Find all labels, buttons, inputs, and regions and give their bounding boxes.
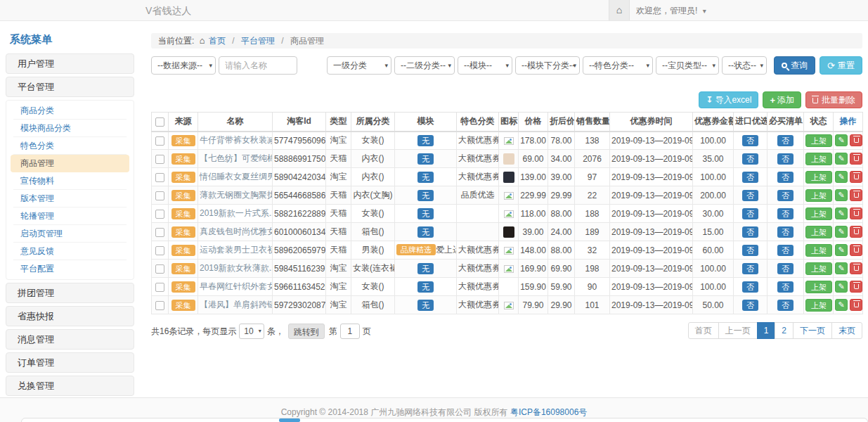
must-buy-toggle[interactable]: 否 (777, 172, 793, 183)
sidebar-item-意见反馈[interactable]: 意见反馈 (13, 243, 127, 260)
sidebar-item-用户管理[interactable]: 用户管理 (6, 53, 134, 74)
sidebar-item-兑换管理[interactable]: 兑换管理 (6, 376, 134, 396)
row-checkbox[interactable] (155, 264, 164, 274)
status-button[interactable]: 上架 (805, 134, 832, 147)
must-buy-toggle[interactable]: 否 (777, 153, 793, 165)
module-badge[interactable]: 无 (417, 172, 434, 183)
row-checkbox[interactable] (155, 136, 164, 146)
sidebar-item-商品管理[interactable]: 商品管理 (11, 155, 129, 172)
status-button[interactable]: 上架 (805, 153, 832, 165)
row-checkbox[interactable] (155, 155, 164, 164)
delete-button[interactable] (850, 299, 862, 311)
jump-button[interactable]: 跳转到 (288, 324, 325, 339)
sidebar-item-消息管理[interactable]: 消息管理 (6, 329, 134, 350)
import-pick-toggle[interactable]: 否 (742, 135, 758, 146)
edit-button[interactable]: ✎ (835, 207, 848, 219)
import-pick-toggle[interactable]: 否 (742, 263, 758, 274)
product-name-link[interactable]: 薄款无钢圈文胸聚拢性... (200, 190, 273, 200)
row-checkbox[interactable] (155, 301, 164, 310)
row-checkbox[interactable] (155, 173, 164, 182)
import-pick-toggle[interactable]: 否 (742, 190, 758, 201)
status-button[interactable]: 上架 (805, 281, 832, 293)
product-name-link[interactable]: 真皮钱包时尚优雅女士... (200, 226, 273, 236)
must-buy-toggle[interactable]: 否 (777, 263, 793, 274)
module-badge[interactable]: 无 (417, 190, 434, 201)
horizontal-scrollbar-thumb[interactable] (279, 418, 300, 422)
must-buy-toggle[interactable]: 否 (777, 281, 793, 293)
delete-button[interactable] (850, 244, 862, 256)
must-buy-toggle[interactable]: 否 (777, 190, 793, 201)
module-badge[interactable]: 无 (417, 135, 434, 146)
reset-button[interactable]: ⟳重置 (820, 56, 862, 75)
edit-button[interactable]: ✎ (835, 171, 848, 183)
import-pick-toggle[interactable]: 否 (742, 208, 758, 219)
module-badge[interactable]: 无 (417, 281, 434, 293)
product-name-link[interactable]: 2019新款一片式系... (200, 208, 273, 218)
user-menu[interactable]: 欢迎您，管理员! ▾ (636, 0, 706, 22)
delete-button[interactable] (850, 226, 862, 238)
module-badge[interactable]: 无 (417, 300, 434, 311)
import-pick-toggle[interactable]: 否 (742, 281, 758, 293)
module-badge[interactable]: 无 (417, 263, 434, 274)
must-buy-toggle[interactable]: 否 (777, 226, 793, 238)
product-name-link[interactable]: 牛仔背带裤女秋装减龄... (200, 135, 273, 145)
sidebar-item-订单管理[interactable]: 订单管理 (6, 352, 134, 373)
sidebar-item-平台配置[interactable]: 平台配置 (13, 260, 127, 278)
filter-select---状态--[interactable]: --状态--▾ (722, 56, 767, 75)
page-button-上一页[interactable]: 上一页 (718, 322, 758, 339)
import-pick-toggle[interactable]: 否 (742, 226, 758, 238)
delete-button[interactable] (850, 153, 862, 165)
row-checkbox[interactable] (155, 283, 164, 292)
delete-button[interactable] (850, 281, 862, 293)
status-button[interactable]: 上架 (805, 244, 832, 257)
product-name-link[interactable]: 运动套装男士卫衣初秋... (200, 245, 273, 255)
edit-button[interactable]: ✎ (835, 226, 848, 238)
breadcrumb-home-link[interactable]: 首页 (209, 36, 226, 46)
page-button-末页[interactable]: 末页 (831, 322, 862, 339)
filter-select---宝贝类型--[interactable]: --宝贝类型--▾ (656, 56, 719, 75)
must-buy-toggle[interactable]: 否 (777, 245, 793, 256)
must-buy-toggle[interactable]: 否 (777, 300, 793, 311)
per-page-select[interactable]: 10 ▾ (239, 324, 264, 339)
import-pick-toggle[interactable]: 否 (742, 245, 758, 256)
row-checkbox[interactable] (155, 246, 164, 255)
delete-button[interactable] (850, 189, 862, 201)
edit-button[interactable]: ✎ (835, 281, 848, 293)
product-name-link[interactable]: 早春网红针织外套女春... (200, 281, 273, 291)
edit-button[interactable]: ✎ (835, 299, 848, 311)
page-button-首页[interactable]: 首页 (688, 322, 719, 339)
edit-button[interactable]: ✎ (835, 153, 848, 165)
must-buy-toggle[interactable]: 否 (777, 208, 793, 219)
row-checkbox[interactable] (155, 210, 164, 219)
row-checkbox[interactable] (155, 191, 164, 200)
module-badge[interactable]: 无 (417, 226, 434, 238)
edit-button[interactable]: ✎ (835, 244, 848, 256)
sidebar-item-拼团管理[interactable]: 拼团管理 (6, 283, 134, 303)
icp-link[interactable]: 粤ICP备16098006号 (510, 407, 587, 417)
sidebar-item-版本管理[interactable]: 版本管理 (13, 190, 127, 207)
sidebar-item-省惠快报[interactable]: 省惠快报 (6, 306, 134, 326)
sidebar-item-宣传物料[interactable]: 宣传物料 (13, 172, 127, 190)
must-buy-toggle[interactable]: 否 (777, 135, 793, 146)
import-excel-button[interactable]: ↧ 导入excel (699, 91, 758, 108)
status-button[interactable]: 上架 (805, 262, 832, 275)
sidebar-item-模块商品分类[interactable]: 模块商品分类 (13, 120, 127, 137)
sidebar-item-平台管理[interactable]: 平台管理 (6, 77, 134, 97)
batch-delete-button[interactable]: 批量删除 (805, 91, 862, 108)
status-button[interactable]: 上架 (805, 171, 832, 184)
sidebar-item-商品分类[interactable]: 商品分类 (13, 102, 127, 120)
jump-page-input[interactable] (340, 324, 360, 339)
query-button[interactable]: 查询 (774, 56, 815, 75)
filter-select-一级分类[interactable]: 一级分类▾ (327, 56, 391, 75)
page-button-1[interactable]: 1 (757, 322, 776, 339)
page-button-2[interactable]: 2 (775, 322, 793, 339)
product-name-link[interactable]: 【七色纺】可爱纯棉家... (200, 153, 273, 163)
status-button[interactable]: 上架 (805, 226, 832, 238)
import-pick-toggle[interactable]: 否 (742, 300, 758, 311)
import-pick-toggle[interactable]: 否 (742, 172, 758, 183)
product-name-link[interactable]: 2019新款女秋薄款... (200, 263, 273, 273)
sidebar-item-特色分类[interactable]: 特色分类 (13, 137, 127, 155)
page-button-下一页[interactable]: 下一页 (793, 322, 832, 339)
status-button[interactable]: 上架 (805, 299, 832, 312)
status-button[interactable]: 上架 (805, 207, 832, 220)
